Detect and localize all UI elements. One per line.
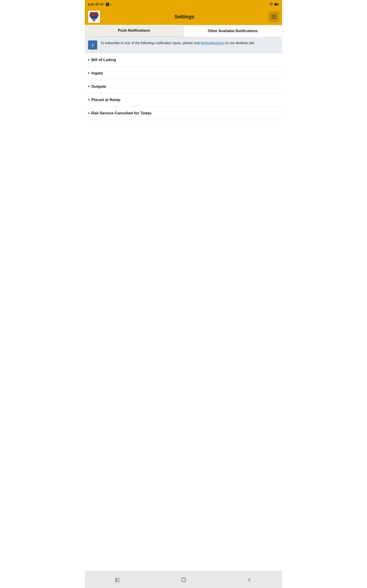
tab-push-notifications[interactable]: Push Notifications [85, 25, 183, 36]
svg-rect-5 [275, 4, 277, 5]
notification-label: Outgate [91, 84, 106, 89]
bullet-icon: • [88, 71, 90, 76]
battery-icon [274, 3, 279, 6]
status-bar: 9:20 57° • [85, 0, 282, 9]
tab-other-notifications[interactable]: Other Available Notifications [183, 25, 282, 37]
info-banner: i To subscribe to one of the following n… [85, 37, 282, 53]
tab-bar: Push Notifications Other Available Notif… [85, 25, 282, 37]
info-banner-text: To subscribe to one of the following not… [100, 40, 255, 46]
notification-list: • Bill of Lading • Ingate • Outgate • Pl… [85, 53, 282, 120]
union-pacific-logo: UNION PACIFIC [88, 11, 100, 23]
menu-button[interactable] [269, 12, 279, 22]
time-display: 9:20 [88, 3, 94, 6]
menu-bar-1 [271, 15, 276, 15]
dot-indicator: • [110, 3, 112, 6]
notification-item-placed-at-ramp: • Placed at Ramp [85, 93, 282, 107]
photo-icon [95, 3, 99, 6]
notification-item-outgate: • Outgate [85, 80, 282, 93]
logo-container: UNION PACIFIC [88, 11, 100, 23]
menu-bar-2 [271, 17, 276, 17]
info-icon: i [88, 40, 97, 50]
svg-text:UNION: UNION [92, 18, 96, 20]
wifi-icon [269, 2, 273, 6]
notification-item-rail-service-cancelled: • Rail Service Cancelled for Today [85, 107, 282, 120]
page-title: Settings [100, 14, 269, 20]
notification-item-ingate: • Ingate [85, 67, 282, 80]
notification-item-bill-of-lading: • Bill of Lading [85, 53, 282, 67]
notification-label: Ingate [91, 71, 103, 76]
menu-bar-3 [271, 18, 276, 19]
bullet-icon: • [88, 97, 90, 102]
logo-shield-icon: UNION PACIFIC [89, 11, 100, 22]
svg-rect-7 [90, 12, 98, 17]
bullet-icon: • [88, 57, 90, 62]
status-bar-right [269, 2, 279, 6]
notification-label: Placed at Ramp [91, 98, 120, 102]
svg-text:PACIFIC: PACIFIC [92, 20, 96, 21]
svg-rect-8 [91, 13, 97, 14]
bullet-icon: • [88, 111, 90, 115]
bullet-icon: • [88, 84, 90, 89]
my-notifications-link[interactable]: MyNotifications [201, 41, 224, 45]
notification-label: Bill of Lading [91, 58, 116, 62]
status-bar-left: 9:20 57° • [88, 3, 111, 6]
temp-display: 57° [100, 3, 105, 6]
notification-label: Rail Service Cancelled for Today [91, 111, 151, 115]
svg-rect-9 [91, 15, 97, 16]
facebook-icon [106, 3, 109, 6]
svg-point-3 [271, 5, 272, 6]
toolbar: UNION PACIFIC Settings [85, 9, 282, 25]
svg-point-1 [97, 4, 98, 5]
svg-rect-6 [278, 4, 279, 5]
